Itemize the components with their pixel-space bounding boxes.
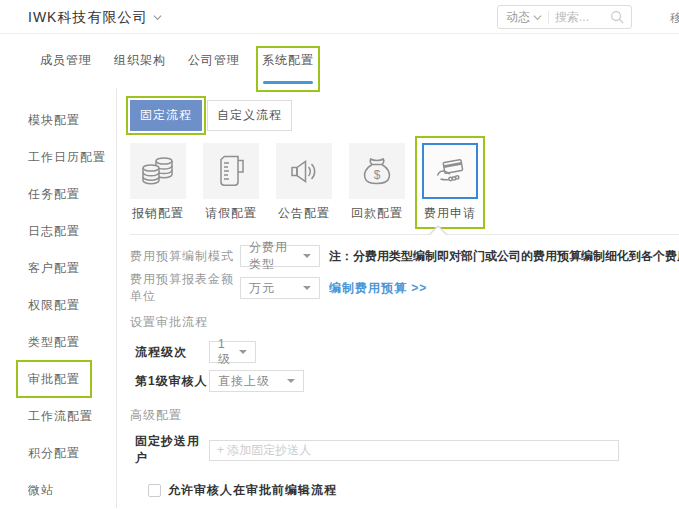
company-name: IWK科技有限公司 bbox=[28, 0, 147, 34]
search-icon[interactable] bbox=[610, 10, 625, 25]
divider bbox=[548, 11, 549, 24]
tab-custom-flow[interactable]: 自定义流程 bbox=[207, 100, 292, 131]
chevron-down-icon bbox=[303, 286, 311, 290]
module-reimburse-config[interactable]: 报销配置 bbox=[130, 143, 186, 222]
allow-edit-label: 允许审核人在审批前编辑流程 bbox=[168, 482, 337, 499]
report-unit-label: 费用预算报表金额单位 bbox=[130, 271, 240, 305]
module-list: 报销配置 请假配置 bbox=[130, 143, 622, 222]
chevron-down-icon bbox=[533, 13, 542, 22]
module-label: 费用申请 bbox=[422, 205, 478, 222]
primary-nav: 成员管理 组织架构 公司管理 系统配置 bbox=[0, 34, 679, 88]
level1-approver-label: 第1级审核人 bbox=[135, 373, 209, 390]
flow-level-select[interactable]: 1级 bbox=[209, 341, 256, 363]
module-label: 报销配置 bbox=[130, 205, 186, 222]
settings-sidebar: 模块配置 工作日历配置 任务配置 日志配置 客户配置 权限配置 类型配置 审批配… bbox=[0, 88, 117, 508]
sidebar-item-work-calendar-config[interactable]: 工作日历配置 bbox=[0, 139, 116, 176]
money-bag-icon: $ bbox=[357, 151, 397, 191]
module-expense-request[interactable]: 费用申请 bbox=[422, 143, 478, 222]
company-switcher[interactable]: IWK科技有限公司 bbox=[28, 0, 162, 34]
fixed-cc-users-label: 固定抄送用户 bbox=[135, 433, 209, 467]
measuring-cup-icon bbox=[211, 151, 251, 191]
svg-text:$: $ bbox=[374, 168, 381, 182]
module-label: 请假配置 bbox=[203, 205, 259, 222]
coins-icon bbox=[138, 151, 178, 191]
module-label: 公告配置 bbox=[276, 205, 332, 222]
selected-module-caret bbox=[428, 225, 448, 235]
compile-budget-link[interactable]: 编制费用预算 >> bbox=[329, 280, 427, 297]
flow-tabs: 固定流程自定义流程 bbox=[130, 100, 679, 133]
advanced-section-title: 高级配置 bbox=[130, 407, 679, 424]
hand-card-icon bbox=[430, 151, 470, 191]
module-label: 回款配置 bbox=[349, 205, 405, 222]
expense-settings-form: 费用预算编制模式 分费用类型 注：分费用类型编制即对部门或公司的费用预算编制细化… bbox=[130, 244, 679, 509]
sidebar-item-task-config[interactable]: 任务配置 bbox=[0, 176, 116, 213]
content-divider bbox=[130, 234, 679, 235]
chevron-down-icon bbox=[239, 350, 247, 354]
module-payment-collection-config[interactable]: $ 回款配置 bbox=[349, 143, 405, 222]
sidebar-item-customer-config[interactable]: 客户配置 bbox=[0, 250, 116, 287]
fixed-cc-users-input[interactable] bbox=[209, 440, 619, 461]
chevron-down-icon bbox=[303, 254, 311, 258]
sidebar-item-points-config[interactable]: 积分配置 bbox=[0, 435, 116, 472]
approval-flow-section-title: 设置审批流程 bbox=[130, 314, 679, 331]
search-scope-dropdown[interactable]: 动态 bbox=[498, 9, 542, 26]
truncated-right-text: 移 bbox=[670, 10, 679, 26]
budget-mode-note: 注：分费用类型编制即对部门或公司的费用预算编制细化到各个费用类型 bbox=[329, 248, 679, 265]
allow-edit-checkbox[interactable] bbox=[148, 484, 161, 497]
flow-level-label: 流程级次 bbox=[135, 344, 209, 361]
sidebar-item-type-config[interactable]: 类型配置 bbox=[0, 324, 116, 361]
level1-approver-select[interactable]: 直接上级 bbox=[209, 370, 304, 392]
tab-fixed-flow[interactable]: 固定流程 bbox=[130, 100, 202, 131]
search-input[interactable] bbox=[555, 10, 610, 24]
search-scope-label: 动态 bbox=[506, 9, 530, 26]
sidebar-item-permission-config[interactable]: 权限配置 bbox=[0, 287, 116, 324]
sidebar-item-micro-site[interactable]: 微站 bbox=[0, 472, 116, 509]
allow-edit-row: 允许审核人在审批前编辑流程 bbox=[148, 482, 679, 499]
sidebar-item-workflow-config[interactable]: 工作流配置 bbox=[0, 398, 116, 435]
sidebar-item-log-config[interactable]: 日志配置 bbox=[0, 213, 116, 250]
nav-item-org-structure[interactable]: 组织架构 bbox=[114, 52, 166, 86]
speaker-icon bbox=[284, 151, 324, 191]
nav-item-member-management[interactable]: 成员管理 bbox=[40, 52, 92, 86]
chevron-down-icon bbox=[153, 13, 162, 22]
budget-mode-select[interactable]: 分费用类型 bbox=[240, 245, 320, 267]
chevron-down-icon bbox=[287, 379, 295, 383]
main-area: 模块配置 工作日历配置 任务配置 日志配置 客户配置 权限配置 类型配置 审批配… bbox=[0, 88, 679, 508]
content-panel: 固定流程自定义流程 bbox=[117, 88, 679, 508]
module-leave-config[interactable]: 请假配置 bbox=[203, 143, 259, 222]
sidebar-item-approval-config[interactable]: 审批配置 bbox=[0, 361, 116, 398]
sidebar-item-module-config[interactable]: 模块配置 bbox=[0, 102, 116, 139]
topbar: IWK科技有限公司 动态 移 bbox=[0, 0, 679, 34]
nav-item-company-management[interactable]: 公司管理 bbox=[188, 52, 240, 86]
nav-item-system-config[interactable]: 系统配置 bbox=[262, 52, 314, 86]
report-unit-select[interactable]: 万元 bbox=[240, 277, 320, 299]
search-box: 动态 bbox=[497, 5, 632, 29]
module-announcement-config[interactable]: 公告配置 bbox=[276, 143, 332, 222]
budget-mode-label: 费用预算编制模式 bbox=[130, 248, 240, 265]
